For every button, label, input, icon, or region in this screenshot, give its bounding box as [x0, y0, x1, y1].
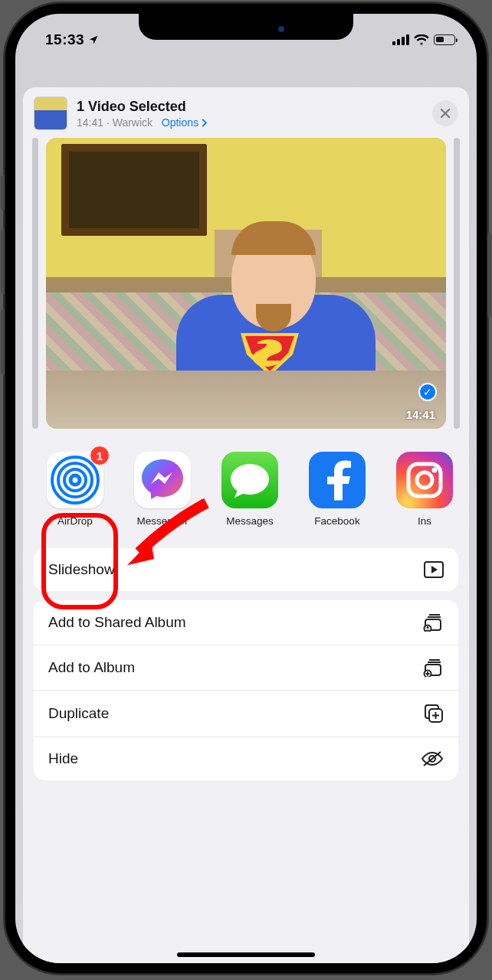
app-label: Facebook — [314, 515, 359, 527]
instagram-app[interactable]: Ins — [392, 452, 457, 527]
messenger-app[interactable]: Messenger — [130, 452, 195, 527]
notch — [139, 14, 353, 40]
close-icon — [440, 108, 451, 119]
duplicate-icon — [424, 704, 444, 724]
cellular-signal-icon — [392, 34, 409, 45]
action-label: Add to Shared Album — [48, 614, 186, 631]
action-label: Hide — [48, 750, 78, 767]
messages-icon — [221, 452, 278, 508]
share-sheet: 1 Video Selected 14:41 · Warwick Options — [23, 87, 469, 963]
shared-album-icon — [422, 613, 444, 632]
video-duration: 14:41 — [406, 408, 435, 421]
app-label: AirDrop — [57, 515, 93, 527]
hide-action[interactable]: Hide — [34, 737, 458, 780]
selection-thumbnail[interactable] — [34, 96, 67, 130]
facebook-app[interactable]: Facebook — [305, 452, 369, 527]
screen: 15:33 1 Video Selected 14:41 · Warwick O… — [15, 14, 477, 963]
status-time: 15:33 — [45, 31, 99, 48]
action-label: Slideshow — [48, 561, 115, 578]
action-label: Duplicate — [48, 705, 109, 722]
battery-icon — [434, 34, 455, 45]
airdrop-badge: 1 — [90, 446, 110, 466]
slideshow-action[interactable]: Slideshow — [34, 548, 458, 591]
airdrop-icon: 1 — [47, 452, 103, 508]
svg-marker-11 — [431, 566, 438, 573]
options-link[interactable]: Options — [162, 116, 208, 129]
action-group-1: Slideshow — [34, 548, 458, 591]
play-box-icon — [424, 561, 444, 578]
selection-subtitle: 14:41 · Warwick Options — [77, 116, 423, 129]
app-label: Messages — [226, 515, 274, 527]
device-frame: 15:33 1 Video Selected 14:41 · Warwick O… — [5, 3, 487, 974]
app-label: Ins — [418, 515, 431, 527]
home-indicator[interactable] — [177, 952, 315, 957]
chevron-right-icon — [202, 119, 208, 127]
wifi-icon — [414, 34, 429, 45]
album-add-icon — [422, 658, 444, 677]
messenger-icon — [134, 452, 191, 508]
svg-point-14 — [427, 626, 429, 629]
svg-point-3 — [71, 475, 80, 485]
app-label: Messenger — [137, 515, 189, 527]
selection-title: 1 Video Selected — [77, 99, 423, 115]
eye-slash-icon — [421, 750, 444, 767]
svg-point-4 — [64, 469, 86, 491]
time-label: 15:33 — [45, 31, 84, 48]
action-group-2: Add to Shared Album Add to Album Duplica… — [34, 600, 458, 780]
action-label: Add to Album — [48, 659, 135, 676]
svg-point-9 — [432, 468, 438, 473]
add-to-shared-album-action[interactable]: Add to Shared Album — [34, 600, 458, 645]
duplicate-action[interactable]: Duplicate — [34, 690, 458, 737]
share-app-row[interactable]: 1 AirDrop Messenger Messages — [23, 429, 469, 537]
messages-app[interactable]: Messages — [218, 452, 282, 527]
facebook-icon — [309, 452, 366, 508]
airdrop-app[interactable]: 1 AirDrop — [43, 452, 107, 527]
close-button[interactable] — [432, 100, 458, 126]
share-sheet-header: 1 Video Selected 14:41 · Warwick Options — [23, 87, 469, 138]
preview-carousel[interactable]: ✓ 14:41 — [23, 138, 469, 429]
selected-check-icon: ✓ — [418, 383, 437, 401]
location-arrow-icon — [88, 34, 99, 45]
svg-point-8 — [417, 472, 432, 488]
instagram-icon — [396, 452, 453, 508]
add-to-album-action[interactable]: Add to Album — [34, 645, 458, 690]
video-preview[interactable]: ✓ 14:41 — [46, 138, 446, 429]
